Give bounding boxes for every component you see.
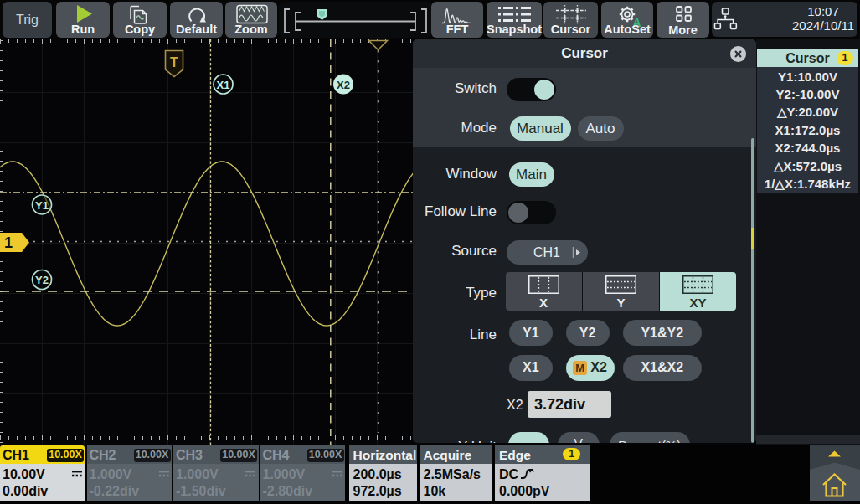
svg-text:X1: X1 [217,79,230,91]
svg-text:Y2: Y2 [35,274,49,286]
svg-text:Y1: Y1 [35,199,49,212]
svg-text:1: 1 [4,234,13,251]
svg-text:T: T [170,55,178,69]
svg-text:X2: X2 [337,79,350,91]
